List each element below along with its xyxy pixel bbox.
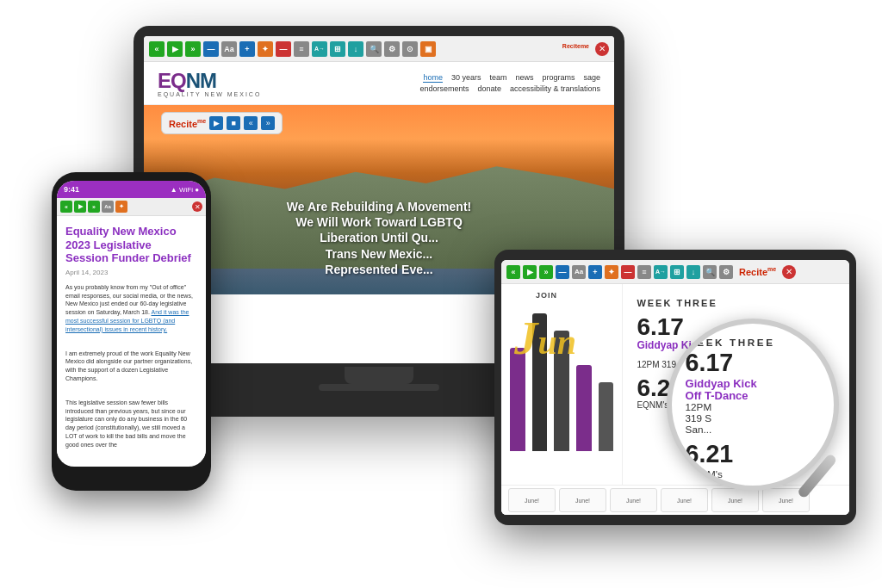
minus-button[interactable]: — bbox=[203, 41, 219, 57]
phone-article-body-2: I am extremely proud of the work Equalit… bbox=[65, 350, 197, 383]
tablet-recite-logo: Reciteme bbox=[739, 266, 776, 277]
script-text: Jun bbox=[514, 314, 576, 362]
phone-screen: 9:41 ▲ WiFi ● « ▶ » Aa ✦ ✕ Equality New … bbox=[57, 181, 206, 467]
nav-home[interactable]: home bbox=[423, 73, 443, 83]
bar-4 bbox=[576, 365, 592, 451]
tablet-tb-color[interactable]: ✦ bbox=[605, 265, 618, 279]
phone-status-icons: ▲ WiFi ● bbox=[171, 186, 199, 194]
recite-logo-monitor: Reciteme bbox=[562, 43, 589, 54]
eqnm-subtitle: EQUALITY NEW MEXICO bbox=[158, 91, 261, 97]
nav-30years[interactable]: 30 years bbox=[451, 73, 481, 83]
nav-donate[interactable]: donate bbox=[477, 84, 501, 93]
mag-week-label: WEEK THREE bbox=[686, 337, 821, 349]
magnifier-circle: WEEK THREE 6.17 Giddyap KickOff T-Dance … bbox=[667, 319, 839, 491]
tablet-tb-minus[interactable]: — bbox=[556, 265, 569, 279]
tablet-tb-font[interactable]: Aa bbox=[572, 265, 586, 279]
recite-mini-play[interactable]: ▶ bbox=[209, 116, 223, 130]
profile-button[interactable]: ⊙ bbox=[402, 41, 418, 57]
recite-mini-widget: Reciteme ▶ ■ « » bbox=[161, 112, 283, 134]
article-link[interactable]: And it was the most successful session f… bbox=[65, 309, 189, 332]
mag-event2-partial: EQNM's bbox=[686, 469, 821, 480]
monitor-stand bbox=[345, 367, 413, 384]
week-label: WEEK THREE bbox=[637, 298, 835, 308]
phone-status-bar: 9:41 ▲ WiFi ● bbox=[57, 181, 206, 198]
mag-date2: 6.21 bbox=[686, 440, 821, 469]
phone-mini-toolbar: « ▶ » Aa ✦ ✕ bbox=[57, 198, 206, 216]
play-button[interactable]: ▶ bbox=[167, 41, 183, 57]
phone-tb-font[interactable]: Aa bbox=[102, 201, 114, 213]
phone-device: 9:41 ▲ WiFi ● « ▶ » Aa ✦ ✕ Equality New … bbox=[52, 172, 211, 491]
nav-links: home 30 years team news programs sage en… bbox=[419, 73, 600, 93]
recite-mini-forward[interactable]: » bbox=[261, 116, 275, 130]
strip-item-1: June! bbox=[508, 488, 556, 512]
phone-article-title: Equality New Mexico 2023 Legislative Ses… bbox=[65, 225, 197, 265]
phone-article-content: Equality New Mexico 2023 Legislative Ses… bbox=[57, 216, 206, 458]
mag-date1: 6.17 bbox=[686, 349, 821, 378]
rewind-button[interactable]: « bbox=[149, 41, 165, 57]
forward-button[interactable]: » bbox=[185, 41, 201, 57]
phone-tb-forward[interactable]: » bbox=[88, 201, 100, 213]
minus2-button[interactable]: — bbox=[276, 41, 291, 57]
tablet-tb-translate[interactable]: A→ bbox=[654, 265, 668, 279]
nm-letters: NM bbox=[186, 69, 216, 92]
recite-mini-stop[interactable]: ■ bbox=[227, 116, 240, 130]
tablet-tb-grid[interactable]: ⊞ bbox=[670, 265, 684, 279]
font-button[interactable]: Aa bbox=[221, 41, 237, 57]
tablet-tb-rewind[interactable]: « bbox=[506, 265, 520, 279]
recite-toolbar: « ▶ » — Aa + ✦ — ≡ A→ ⊞ ↓ 🔍 ⚙ ⊙ ▣ bbox=[144, 36, 614, 62]
tablet-tb-settings[interactable]: ⚙ bbox=[719, 265, 733, 279]
translate-button[interactable]: A→ bbox=[312, 41, 327, 57]
toolbar-close-button[interactable]: ✕ bbox=[595, 42, 609, 56]
monitor-base bbox=[319, 384, 439, 391]
search-button[interactable]: 🔍 bbox=[366, 41, 382, 57]
plus-button[interactable]: + bbox=[239, 41, 255, 57]
eq-letters: EQ bbox=[158, 69, 186, 92]
tablet-tb-forward[interactable]: » bbox=[539, 265, 553, 279]
tablet-left-panel: JOIN Jun bbox=[501, 284, 623, 515]
phone-tb-color[interactable]: ✦ bbox=[115, 201, 127, 213]
tablet-device: « ▶ » — Aa + ✦ — ≡ A→ ⊞ ↓ 🔍 ⚙ Reciteme ✕ bbox=[494, 250, 856, 525]
download-button[interactable]: ↓ bbox=[348, 41, 363, 57]
menu-button[interactable]: ≡ bbox=[294, 41, 309, 57]
phone-tb-rewind[interactable]: « bbox=[60, 201, 72, 213]
tablet-tb-download[interactable]: ↓ bbox=[686, 265, 700, 279]
scene: « ▶ » — Aa + ✦ — ≡ A→ ⊞ ↓ 🔍 ⚙ ⊙ ▣ bbox=[0, 0, 882, 588]
nav-row-1: home 30 years team news programs sage bbox=[423, 73, 600, 83]
frame-button[interactable]: ▣ bbox=[420, 41, 436, 57]
site-navigation: EQNM EQUALITY NEW MEXICO home 30 years t… bbox=[144, 62, 614, 105]
mag-event-time: 12PM319 SSan... bbox=[686, 402, 821, 436]
recite-mini-rewind[interactable]: « bbox=[244, 116, 258, 130]
phone-article-date: April 14, 2023 bbox=[65, 269, 197, 276]
phone-close-button[interactable]: ✕ bbox=[192, 201, 202, 212]
nav-programs[interactable]: programs bbox=[542, 73, 575, 83]
nav-accessibility[interactable]: accessibility & translations bbox=[510, 84, 600, 93]
tablet-tb-plus[interactable]: + bbox=[588, 265, 602, 279]
phone-tb-play[interactable]: ▶ bbox=[74, 201, 86, 213]
nav-endorsements[interactable]: endorsements bbox=[419, 84, 469, 93]
phone-article-body-3: This legislative session saw fewer bills… bbox=[65, 399, 197, 449]
strip-item-2: June! bbox=[559, 488, 606, 512]
grid-button[interactable]: ⊞ bbox=[330, 41, 345, 57]
hero-line2: We Will Work Toward LGBTQ bbox=[144, 214, 614, 230]
mag-event-name: Giddyap KickOff T-Dance bbox=[686, 377, 821, 402]
tablet-close-button[interactable]: ✕ bbox=[782, 265, 796, 279]
settings-button[interactable]: ⚙ bbox=[384, 41, 400, 57]
eqnm-logo: EQNM bbox=[158, 69, 261, 93]
tablet-tb-menu[interactable]: ≡ bbox=[637, 265, 651, 279]
strip-item-3: June! bbox=[610, 488, 657, 512]
phone-time: 9:41 bbox=[64, 185, 79, 194]
logo-container: EQNM EQUALITY NEW MEXICO bbox=[158, 69, 261, 97]
bar-5 bbox=[599, 382, 614, 451]
phone-article-body-1: As you probably know from my "Out of off… bbox=[65, 283, 197, 334]
nav-news[interactable]: news bbox=[515, 73, 533, 83]
color-button[interactable]: ✦ bbox=[258, 41, 273, 57]
tablet-toolbar: « ▶ » — Aa + ✦ — ≡ A→ ⊞ ↓ 🔍 ⚙ Reciteme ✕ bbox=[501, 260, 849, 284]
nav-team[interactable]: team bbox=[489, 73, 506, 83]
recite-mini-logo: Reciteme bbox=[169, 118, 206, 129]
hero-line3: Liberation Until Qu... bbox=[144, 230, 614, 245]
tablet-tb-minus2[interactable]: — bbox=[621, 265, 635, 279]
tablet-tb-play[interactable]: ▶ bbox=[523, 265, 537, 279]
nav-row-2: endorsements donate accessibility & tran… bbox=[419, 84, 600, 93]
nav-sage[interactable]: sage bbox=[583, 73, 600, 83]
tablet-tb-search[interactable]: 🔍 bbox=[703, 265, 717, 279]
